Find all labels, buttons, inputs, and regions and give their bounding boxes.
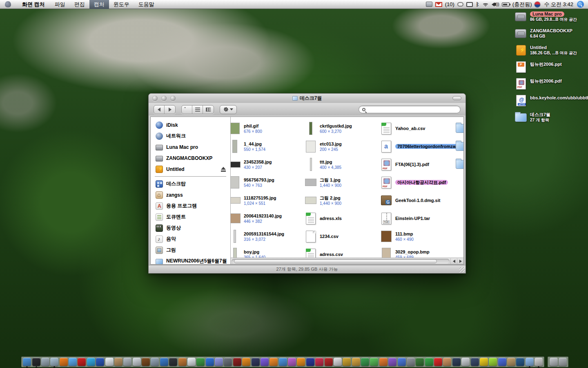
file-item[interactable]: 그림 2.jpg1,440 × 900 xyxy=(304,191,380,209)
sidebar-item-bottom-8[interactable]: NEWRUN2006년5월6월7월 xyxy=(151,256,230,264)
menu-item-1[interactable]: 화면 캡처 xyxy=(17,0,50,9)
dock-icon-preview[interactable] xyxy=(41,357,50,366)
sidebar-item-bottom-2[interactable]: zangss xyxy=(151,189,230,200)
desktop-icon-5[interactable]: 팀뉴런2006.pdf xyxy=(515,78,582,90)
dock-icon-dashboard[interactable] xyxy=(32,357,41,366)
menu-bar-clock[interactable]: 수 오전 3:42 xyxy=(543,1,574,8)
sidebar-item-top-4[interactable]: ZANGMACBOOKXP xyxy=(151,153,230,164)
dock-icon-folder-apps[interactable] xyxy=(525,357,534,366)
toolbar-toggle-button[interactable] xyxy=(452,96,461,100)
dock-icon-pencil-x[interactable] xyxy=(333,357,342,366)
desktop-icon-3[interactable]: Untitled186.26 GB, ...B 여유 공간 xyxy=(515,44,582,56)
scroll-left-button[interactable] xyxy=(450,258,457,264)
mail-menu-icon[interactable] xyxy=(435,1,442,8)
dock-icon-google-earth[interactable] xyxy=(516,357,525,366)
resize-grip[interactable] xyxy=(459,267,465,272)
dock-icon-red-book[interactable] xyxy=(233,357,242,366)
search-field[interactable] xyxy=(359,105,461,113)
dock-icon-gold-clock[interactable] xyxy=(342,357,351,366)
dock-icon-toys[interactable] xyxy=(498,357,507,366)
dock-icon-blue-star[interactable] xyxy=(306,357,315,366)
desktop-icon-2[interactable]: ZANGMACBOOKXP6.84 GB xyxy=(515,27,582,40)
file-item[interactable]: 그림 1.jpg1,440 × 900 xyxy=(304,173,380,191)
spotlight-icon[interactable] xyxy=(577,1,586,8)
sidebar-item-bottom-3[interactable]: 응용 프로그램 xyxy=(151,200,230,211)
file-item[interactable]: 2005913161544.jpg316 × 3,072 xyxy=(231,227,304,245)
horizontal-scrollbar[interactable] xyxy=(231,258,463,264)
dock-icon-map-app[interactable] xyxy=(443,357,452,366)
dock-icon-q-app[interactable] xyxy=(388,357,397,366)
sidebar-item-bottom-6[interactable]: 음악 xyxy=(151,233,230,245)
file-item[interactable]: 1234.csv xyxy=(304,227,380,245)
file-item[interactable]: GeekTool-1.0.dmg.sit xyxy=(380,191,455,209)
sync-menu-icon[interactable] xyxy=(426,1,432,8)
file-item[interactable] xyxy=(455,155,463,173)
menu-item-5[interactable]: 윈도우 xyxy=(109,0,134,9)
dock-icon-word[interactable] xyxy=(361,357,370,366)
file-item[interactable]: 111.bmp460 × 490 xyxy=(380,227,455,245)
dock-icon-yahoo-messenger[interactable] xyxy=(77,357,86,366)
dock-icon-orange-feather[interactable] xyxy=(269,357,278,366)
file-item[interactable]: phil.gif676 × 800 xyxy=(231,119,304,137)
dock-icon-ink-pen[interactable] xyxy=(452,357,461,366)
search-input[interactable] xyxy=(368,107,457,112)
dock-icon-machard[interactable] xyxy=(105,357,114,366)
dock-icon-ical[interactable] xyxy=(187,357,196,366)
action-menu-button[interactable] xyxy=(220,105,237,114)
dock-icon-photos-stack[interactable] xyxy=(534,357,543,366)
dock-icon-neooffice[interactable] xyxy=(96,357,105,366)
dock-icon-dreamweaver[interactable] xyxy=(425,357,434,366)
sidebar-item-top-5[interactable]: Untitled xyxy=(151,164,230,175)
dock-icon-striped-box[interactable] xyxy=(251,357,260,366)
desktop-icon-7[interactable]: 데스크7월27 개 항목 xyxy=(515,111,582,123)
dock-icon-garageband[interactable] xyxy=(178,357,187,366)
dock-icon-ichat[interactable] xyxy=(68,357,77,366)
file-item[interactable]: etc013.jpg200 × 245 xyxy=(304,137,380,155)
dock-icon-trash[interactable] xyxy=(558,357,567,366)
dock-icon-flask[interactable] xyxy=(488,357,497,366)
dock-icon-purple-swoosh[interactable] xyxy=(260,357,269,366)
icon-view-button[interactable] xyxy=(182,105,192,114)
dock-icon-orange-app[interactable] xyxy=(242,357,251,366)
file-item[interactable]: 1118275195.jpg1,024 × 551 xyxy=(231,191,304,209)
file-item[interactable]: 956756793.jpg540 × 763 xyxy=(231,173,304,191)
dock-icon-toaster[interactable] xyxy=(461,357,470,366)
scroll-right-button[interactable] xyxy=(457,258,463,264)
forward-button[interactable] xyxy=(165,105,175,114)
dock-icon-address-book[interactable] xyxy=(114,357,123,366)
desktop-icon-6[interactable]: bbs.keyhole.com/ubb/ubbthreads.php/Cat/0 xyxy=(515,94,582,107)
file-item[interactable]: 23452358.jpg430 × 207 xyxy=(231,155,304,173)
bluetooth-menu-icon[interactable]: ᛒ xyxy=(476,2,479,7)
dock-icon-duck[interactable] xyxy=(479,357,488,366)
file-item[interactable]: ttt.jpg400 × 4,385 xyxy=(304,155,380,173)
scrollbar-thumb[interactable] xyxy=(234,259,437,263)
battery-menu-icon[interactable] xyxy=(502,1,510,8)
column-view-button[interactable] xyxy=(203,105,214,114)
menu-item-2[interactable]: 파일 xyxy=(50,0,70,9)
dock-icon-acrobat[interactable] xyxy=(324,357,333,366)
dock-icon-finder[interactable] xyxy=(22,357,31,366)
file-item[interactable] xyxy=(455,137,463,155)
file-item[interactable]: FTA(06[1].3).pdf xyxy=(380,155,455,173)
file-item[interactable] xyxy=(455,119,463,137)
desktop-icon-1[interactable]: Luna Mac pro86 GB, 29.8...B 여유 공간 xyxy=(515,11,582,23)
menu-item-4[interactable]: 캡처 xyxy=(89,0,109,9)
dock-icon-msn-messenger[interactable] xyxy=(397,357,406,366)
dock-icon-quicktime[interactable] xyxy=(160,357,169,366)
dock-icon-kite[interactable] xyxy=(315,357,324,366)
dock-icon-flash[interactable] xyxy=(406,357,415,366)
dock-icon-formulaone[interactable] xyxy=(205,357,214,366)
sidebar-item-top-1[interactable]: iDisk xyxy=(151,119,230,130)
dock-icon-flower[interactable] xyxy=(296,357,305,366)
dock-icon-binoculars[interactable] xyxy=(470,357,479,366)
dock-icon-butterfly[interactable] xyxy=(287,357,296,366)
apple-menu-icon[interactable] xyxy=(5,1,11,7)
dock-icon-safari[interactable] xyxy=(50,357,59,366)
dock-icon-entourage[interactable] xyxy=(370,357,379,366)
dock-icon-projector[interactable] xyxy=(223,357,232,366)
list-view-button[interactable] xyxy=(192,105,203,114)
eject-icon[interactable] xyxy=(220,167,226,172)
dock-icon-crate[interactable] xyxy=(507,357,516,366)
input-language-flag-icon[interactable] xyxy=(535,1,540,8)
volume-menu-icon[interactable]: ))) xyxy=(492,1,499,8)
